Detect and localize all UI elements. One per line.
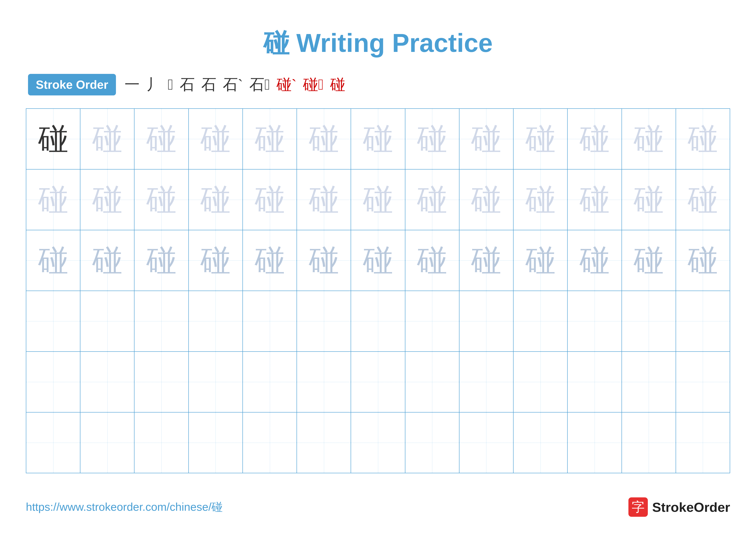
grid-cell-3-2[interactable]: 碰 bbox=[80, 230, 134, 291]
grid-cell-4-6[interactable] bbox=[297, 291, 351, 351]
grid-cell-1-10[interactable]: 碰 bbox=[514, 109, 568, 169]
grid-cell-2-1[interactable]: 碰 bbox=[26, 169, 80, 230]
grid-cell-6-9[interactable] bbox=[459, 413, 514, 473]
grid-cell-3-11[interactable]: 碰 bbox=[568, 230, 622, 291]
grid-cell-2-4[interactable]: 碰 bbox=[189, 169, 243, 230]
grid-cell-5-4[interactable] bbox=[189, 352, 243, 412]
grid-cell-4-8[interactable] bbox=[405, 291, 459, 351]
grid-cell-2-10[interactable]: 碰 bbox=[514, 169, 568, 230]
grid-cell-6-3[interactable] bbox=[134, 413, 189, 473]
grid-cell-6-1[interactable] bbox=[26, 413, 80, 473]
grid-cell-5-7[interactable] bbox=[351, 352, 405, 412]
grid-cell-1-6[interactable]: 碰 bbox=[297, 109, 351, 169]
grid-cell-6-8[interactable] bbox=[405, 413, 459, 473]
grid-cell-5-13[interactable] bbox=[676, 352, 730, 412]
char-guide-2-6: 碰 bbox=[309, 185, 339, 215]
grid-cell-2-11[interactable]: 碰 bbox=[568, 169, 622, 230]
grid-cell-3-10[interactable]: 碰 bbox=[514, 230, 568, 291]
grid-cell-4-13[interactable] bbox=[676, 291, 730, 351]
grid-cell-3-13[interactable]: 碰 bbox=[676, 230, 730, 291]
grid-cell-4-10[interactable] bbox=[514, 291, 568, 351]
grid-cell-5-12[interactable] bbox=[622, 352, 676, 412]
grid-cell-3-3[interactable]: 碰 bbox=[134, 230, 189, 291]
grid-cell-3-4[interactable]: 碰 bbox=[189, 230, 243, 291]
grid-cell-5-9[interactable] bbox=[459, 352, 514, 412]
char-guide-1-12: 碰 bbox=[634, 124, 664, 154]
grid-cell-4-3[interactable] bbox=[134, 291, 189, 351]
footer-url-link[interactable]: https://www.strokeorder.com/chinese/碰 bbox=[26, 499, 223, 515]
grid-cell-2-7[interactable]: 碰 bbox=[351, 169, 405, 230]
stroke-1: 一 bbox=[124, 75, 140, 95]
grid-cell-5-1[interactable] bbox=[26, 352, 80, 412]
grid-cell-3-5[interactable]: 碰 bbox=[243, 230, 297, 291]
grid-cell-3-7[interactable]: 碰 bbox=[351, 230, 405, 291]
grid-cell-5-6[interactable] bbox=[297, 352, 351, 412]
grid-cell-2-3[interactable]: 碰 bbox=[134, 169, 189, 230]
grid-cell-2-9[interactable]: 碰 bbox=[459, 169, 514, 230]
grid-cell-6-10[interactable] bbox=[514, 413, 568, 473]
grid-cell-2-6[interactable]: 碰 bbox=[297, 169, 351, 230]
char-guide-3-8: 碰 bbox=[417, 245, 447, 275]
char-guide-3-11: 碰 bbox=[580, 245, 610, 275]
grid-cell-6-13[interactable] bbox=[676, 413, 730, 473]
grid-cell-1-1[interactable]: 碰 bbox=[26, 109, 80, 169]
grid-cell-5-8[interactable] bbox=[405, 352, 459, 412]
grid-row-4 bbox=[26, 291, 730, 352]
grid-cell-6-5[interactable] bbox=[243, 413, 297, 473]
char-guide-2-7: 碰 bbox=[363, 185, 393, 215]
logo-text: StrokeOrder bbox=[652, 499, 730, 515]
char-guide-3-9: 碰 bbox=[471, 245, 501, 275]
grid-cell-4-12[interactable] bbox=[622, 291, 676, 351]
grid-cell-1-12[interactable]: 碰 bbox=[622, 109, 676, 169]
grid-cell-1-3[interactable]: 碰 bbox=[134, 109, 189, 169]
stroke-order-badge: Stroke Order bbox=[28, 74, 116, 95]
grid-cell-1-13[interactable]: 碰 bbox=[676, 109, 730, 169]
stroke-8: 碰` bbox=[277, 75, 297, 95]
grid-cell-3-6[interactable]: 碰 bbox=[297, 230, 351, 291]
grid-cell-6-7[interactable] bbox=[351, 413, 405, 473]
grid-cell-6-12[interactable] bbox=[622, 413, 676, 473]
grid-cell-2-13[interactable]: 碰 bbox=[676, 169, 730, 230]
grid-cell-2-12[interactable]: 碰 bbox=[622, 169, 676, 230]
grid-cell-6-4[interactable] bbox=[189, 413, 243, 473]
stroke-3: 𠃊 bbox=[168, 76, 173, 93]
grid-cell-4-2[interactable] bbox=[80, 291, 134, 351]
grid-cell-4-11[interactable] bbox=[568, 291, 622, 351]
grid-cell-1-9[interactable]: 碰 bbox=[459, 109, 514, 169]
stroke-5: 石 bbox=[201, 75, 216, 95]
grid-cell-1-11[interactable]: 碰 bbox=[568, 109, 622, 169]
char-guide-1-8: 碰 bbox=[417, 124, 447, 154]
char-guide-1-11: 碰 bbox=[580, 124, 610, 154]
grid-cell-3-1[interactable]: 碰 bbox=[26, 230, 80, 291]
grid-cell-4-5[interactable] bbox=[243, 291, 297, 351]
grid-cell-4-4[interactable] bbox=[189, 291, 243, 351]
grid-cell-1-5[interactable]: 碰 bbox=[243, 109, 297, 169]
stroke-sequence: 一 丿 𠃊 石 石 石` 石𠃊 碰` 碰𠃊 碰 bbox=[124, 75, 345, 95]
grid-cell-4-7[interactable] bbox=[351, 291, 405, 351]
grid-cell-3-9[interactable]: 碰 bbox=[459, 230, 514, 291]
grid-cell-6-11[interactable] bbox=[568, 413, 622, 473]
grid-cell-4-1[interactable] bbox=[26, 291, 80, 351]
grid-cell-5-10[interactable] bbox=[514, 352, 568, 412]
grid-cell-6-2[interactable] bbox=[80, 413, 134, 473]
title-suffix: Writing Practice bbox=[289, 28, 493, 57]
grid-cell-1-4[interactable]: 碰 bbox=[189, 109, 243, 169]
stroke-4: 石 bbox=[180, 75, 195, 95]
grid-cell-5-3[interactable] bbox=[134, 352, 189, 412]
grid-cell-1-8[interactable]: 碰 bbox=[405, 109, 459, 169]
grid-cell-1-2[interactable]: 碰 bbox=[80, 109, 134, 169]
grid-cell-5-11[interactable] bbox=[568, 352, 622, 412]
char-guide-3-2: 碰 bbox=[92, 245, 122, 275]
grid-cell-4-9[interactable] bbox=[459, 291, 514, 351]
grid-cell-3-12[interactable]: 碰 bbox=[622, 230, 676, 291]
grid-cell-2-8[interactable]: 碰 bbox=[405, 169, 459, 230]
grid-cell-5-5[interactable] bbox=[243, 352, 297, 412]
grid-cell-2-5[interactable]: 碰 bbox=[243, 169, 297, 230]
grid-cell-1-7[interactable]: 碰 bbox=[351, 109, 405, 169]
grid-cell-3-8[interactable]: 碰 bbox=[405, 230, 459, 291]
char-guide-2-13: 碰 bbox=[688, 185, 718, 215]
grid-cell-5-2[interactable] bbox=[80, 352, 134, 412]
stroke-9: 碰𠃊 bbox=[303, 75, 324, 95]
grid-cell-2-2[interactable]: 碰 bbox=[80, 169, 134, 230]
grid-cell-6-6[interactable] bbox=[297, 413, 351, 473]
